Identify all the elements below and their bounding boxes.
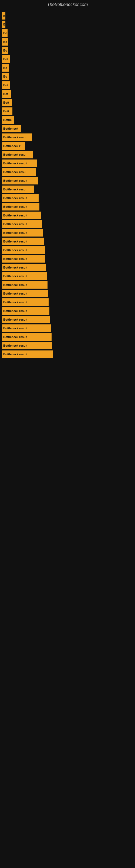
bar: Bottleneck result <box>2 342 52 349</box>
bar-row: Bottleneck result <box>2 203 135 211</box>
bar: Bo <box>2 46 8 54</box>
bar-row: Bo <box>2 64 135 72</box>
bar: Bottleneck result <box>2 316 50 323</box>
bar-row: Bottleneck result <box>2 324 135 332</box>
bar-label: Bot <box>3 92 8 95</box>
bar: Bo <box>2 29 8 37</box>
bar: Bottleneck result <box>2 350 53 358</box>
bar: Bo <box>2 38 8 45</box>
bar-row: Bottleneck resu <box>2 151 135 158</box>
bar-label: Bottleneck result <box>3 292 27 295</box>
bar: Bottleneck resu <box>2 186 34 193</box>
bar: Bot <box>2 90 11 98</box>
bar-row: Bottleneck resu <box>2 186 135 193</box>
bar-label: Bottleneck result <box>3 327 27 330</box>
bar-row: Bottleneck result <box>2 229 135 237</box>
bar-row: Bottleneck result <box>2 212 135 219</box>
bar: Bottleneck resul <box>2 168 36 176</box>
bar-row: Bottleneck result <box>2 350 135 358</box>
bar: Bottleneck resu <box>2 151 33 158</box>
bar-label: Bottleneck result <box>3 214 27 217</box>
bar: Bottleneck resu <box>2 133 32 141</box>
bar-row: Bot <box>2 90 135 98</box>
bar-row: Bottleneck result <box>2 281 135 289</box>
bar: Bottleneck result <box>2 290 48 297</box>
bar-row: Bottleneck result <box>2 299 135 306</box>
bar: Bottleneck result <box>2 220 42 228</box>
bar: Bottleneck result <box>2 177 38 184</box>
bar-row: Bottleneck result <box>2 264 135 271</box>
bar-label: Bottleneck result <box>3 266 27 269</box>
bar-label: Bottleneck result <box>3 231 27 235</box>
bar-row: Bottleneck <box>2 125 135 132</box>
bar: Bottleneck result <box>2 264 46 271</box>
bar: Bottleneck r <box>2 142 25 150</box>
bar-label: Bot <box>3 84 8 87</box>
bar-label: Bottleneck result <box>3 205 27 208</box>
bar-label: Bottleneck <box>3 127 18 130</box>
bar: Bottleneck <box>2 125 21 132</box>
bar-label: B <box>3 23 5 26</box>
bar-label: Bo <box>3 49 7 52</box>
bar-label: Bottleneck r <box>3 144 20 148</box>
bar: B <box>2 12 5 20</box>
bar-row: Bottleneck result <box>2 316 135 323</box>
bar-row: Bottleneck result <box>2 272 135 280</box>
bar-row: Bot <box>2 55 135 63</box>
bar-row: Bottleneck resu <box>2 133 135 141</box>
site-title: TheBottlenecker.com <box>0 0 135 9</box>
bar: Bo <box>2 73 9 80</box>
bar-label: Bottleneck result <box>3 318 27 321</box>
bar-label: Bottleneck result <box>3 196 27 199</box>
bar-row: Bottleneck result <box>2 246 135 254</box>
bar-row: Bottleneck result <box>2 177 135 184</box>
bar-row: Bottleneck result <box>2 159 135 167</box>
bar-row: Bottleneck resul <box>2 168 135 176</box>
bar: Bottleneck result <box>2 203 39 211</box>
bar: Bottleneck result <box>2 281 48 289</box>
bar: Bott <box>2 99 12 106</box>
bar-row: Bo <box>2 46 135 54</box>
bar-label: Bottleneck result <box>3 344 27 347</box>
bar-row: B <box>2 21 135 28</box>
bar-label: Bott <box>3 110 9 113</box>
bar: Bottleneck result <box>2 324 51 332</box>
bar: Bottleneck result <box>2 333 52 341</box>
bar: Bottleneck result <box>2 194 39 202</box>
bar-row: Bo <box>2 73 135 80</box>
bar-row: Bottleneck result <box>2 342 135 349</box>
bar-row: Bottleneck result <box>2 307 135 315</box>
bar-label: Bottleneck result <box>3 309 27 312</box>
bar-label: Bo <box>3 75 7 78</box>
bar-label: Bottleneck result <box>3 301 27 304</box>
bar-label: Bottleneck resu <box>3 188 26 191</box>
bar-label: Bottleneck result <box>3 275 27 278</box>
bar: Bottleneck result <box>2 272 47 280</box>
bar: Bottleneck result <box>2 159 37 167</box>
bar-label: Bottleneck result <box>3 248 27 252</box>
bar: Bottleneck result <box>2 229 43 237</box>
bar-label: Bottleneck resul <box>3 170 27 174</box>
bar-label: Bottleneck result <box>3 283 27 286</box>
bar-row: B <box>2 12 135 20</box>
bar-row: Bottleneck result <box>2 333 135 341</box>
bar: Bot <box>2 82 10 89</box>
bar-row: Bottleneck result <box>2 238 135 245</box>
bar: Bott <box>2 107 12 115</box>
bar-label: Bot <box>3 58 8 61</box>
bar-label: Bottleneck resu <box>3 153 26 156</box>
bar-row: Bottleneck result <box>2 255 135 262</box>
bar-row: Bottleneck result <box>2 220 135 228</box>
bar-label: Bott <box>3 101 9 104</box>
bar-label: Bottleneck result <box>3 162 27 165</box>
bar: Bo <box>2 64 9 72</box>
bar-label: Bottleneck result <box>3 222 27 226</box>
bar-label: Bottleneck result <box>3 335 27 339</box>
bar-row: Bottle <box>2 116 135 124</box>
bar-row: Bottleneck result <box>2 194 135 202</box>
bar-label: Bottleneck result <box>3 179 27 182</box>
bar-row: Bott <box>2 99 135 106</box>
bar: Bottleneck result <box>2 246 45 254</box>
bar-label: Bottle <box>3 118 12 122</box>
bar-label: Bo <box>3 31 7 35</box>
